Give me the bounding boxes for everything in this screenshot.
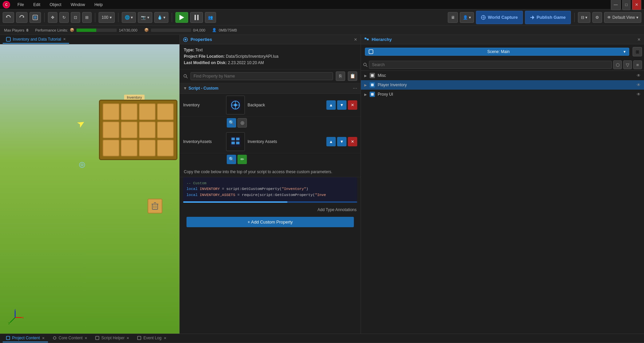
publish-game-button[interactable]: Publish Game [525,11,571,24]
viewport-content[interactable]: ➤ ◎ Inventory [0,44,179,334]
viewport-tab[interactable]: Inventory and Data Tutorial ✕ [3,36,69,44]
perf-icon: 📦 [70,28,74,32]
paste-button[interactable]: 📋 [348,71,357,81]
tab-event-log[interactable]: Event Log ✕ [134,334,169,342]
progress-fill-1 [76,29,96,32]
prop2-down-button[interactable]: ▼ [337,137,346,146]
code-scroll-thumb [183,201,287,203]
poly-item: 📦 0/4,000 [144,28,206,32]
axis-indicator: x y z [7,309,23,327]
rotate-tool[interactable]: ↻ [59,12,69,23]
modified-value: 2.23.2022 10:20 AM [228,60,264,65]
multiplayer-tool[interactable]: 👥 [205,12,216,23]
add-type-annotations-button[interactable]: Add Type Annotations [180,205,361,214]
hierarchy-item-misc[interactable]: ▶ Misc 👁 [361,71,644,80]
camera-tool[interactable]: 📷 ▾ [138,12,152,23]
add-custom-property-button[interactable]: + Add Custom Property [186,217,354,227]
prop1-remove-button[interactable]: ✕ [348,100,357,110]
prop2-remove-button[interactable]: ✕ [348,137,357,146]
collapse-icon[interactable]: ▼ [183,86,187,91]
snap-grid[interactable]: ⊞ [82,12,92,23]
prop2-up-button[interactable]: ▲ [326,137,336,146]
account-button[interactable]: 👤 ▾ [460,12,474,23]
progress-bar-2 [151,29,191,32]
inv-cell-1 [103,103,119,120]
type-row: Type: Text [184,47,357,53]
hierarchy-cube-filter[interactable]: ⬡ [613,60,622,69]
hierarchy-title: Hierarchy [372,37,392,42]
progress-bar-1 [76,29,117,32]
redo-button[interactable] [16,12,28,23]
prop2-edit-button[interactable]: ✏ [237,155,247,164]
prop1-search-button[interactable]: 🔍 [227,118,236,128]
close-button[interactable]: ✕ [632,0,641,10]
play-button[interactable] [175,12,188,23]
menu-file[interactable]: File [15,2,26,8]
pause-button[interactable] [190,12,203,23]
player-inv-label: Player Inventory [378,83,634,87]
scene-selector[interactable]: Scene: Main ▾ [365,48,629,56]
grid-size[interactable]: 100 ▾ [99,12,115,23]
layout-button[interactable]: ⊟ ▾ [578,12,590,23]
menu-edit[interactable]: Edit [31,2,42,8]
tab-core-content-close[interactable]: ✕ [85,336,87,340]
hierarchy-item-proxy-ui[interactable]: ▶ Proxy UI 👁 [361,90,644,99]
more-options-button[interactable]: ··· [353,85,357,91]
prop1-target-button[interactable]: ◎ [237,118,247,128]
viewport-tab-close[interactable]: ✕ [63,37,66,41]
properties-panel: Properties ✕ Type: Text Project File Loc… [180,35,361,334]
menu-bar: C File Edit Object Window Help — □ ✕ [0,0,644,9]
tab-script-helper-close[interactable]: ✕ [126,336,129,340]
tab-core-content[interactable]: Core Content ✕ [49,334,91,342]
hierarchy-item-player-inventory[interactable]: ▶ Player Inventory 👁 [361,80,644,90]
tab-project-content[interactable]: Project Content ✕ [3,334,48,342]
code-scrollbar[interactable] [183,201,357,203]
menu-object[interactable]: Object [48,2,63,8]
tab-project-content-close[interactable]: ✕ [42,336,45,340]
prop1-up-button[interactable]: ▲ [326,100,336,110]
player-inv-arrow: ▶ [364,83,367,87]
prop1-down-button[interactable]: ▼ [337,100,346,110]
move-tool[interactable]: ✥ [48,12,57,23]
world-capture-button[interactable]: World Capture [476,11,523,24]
svg-text:z: z [14,309,16,311]
undo-button[interactable] [3,12,14,23]
prop2-label: Inventory Assets [248,139,324,144]
publish-game-label: Publish Game [537,15,566,20]
menu-help[interactable]: Help [92,2,105,8]
proxy-ui-visibility[interactable]: 👁 [637,92,641,97]
player-inv-visibility[interactable]: 👁 [637,83,641,87]
screen-capture-button[interactable]: 🖥 [448,12,458,23]
properties-info: Type: Text Project File Location: Data/S… [180,44,361,69]
prop2-search-button[interactable]: 🔍 [227,155,236,164]
copy-button[interactable]: ⎘ [336,71,345,81]
misc-visibility[interactable]: 👁 [637,73,641,78]
minimize-button[interactable]: — [611,0,621,10]
add-custom-property-container: + Add Custom Property [180,214,361,230]
hierarchy-close[interactable]: ✕ [637,37,641,42]
menu-window[interactable]: Window [69,2,87,8]
hierarchy-search-input[interactable] [369,61,612,69]
settings-button[interactable]: ⚙ [592,12,602,23]
tab-event-log-close[interactable]: ✕ [164,336,166,340]
property-search-input[interactable] [191,72,333,80]
code-block: -- Custom local INVENTORY = script:GetCu… [183,177,357,202]
svg-rect-33 [231,142,235,144]
hierarchy-sort-button[interactable]: ≡ [633,60,642,69]
hierarchy-add-button[interactable]: ⊞ [633,47,642,56]
hierarchy-filter-button[interactable]: ▽ [623,60,632,69]
terrain-tool[interactable]: 🌐 ▾ [122,12,136,23]
file-value: Data/Scripts/InventoryAPI.lua [226,54,278,59]
trash-button[interactable] [148,199,162,213]
maximize-button[interactable]: □ [622,0,631,10]
scale-tool[interactable]: ⊡ [71,12,80,23]
select-tool[interactable] [30,12,41,23]
fx-tool[interactable]: 💧 ▾ [154,12,168,23]
default-view-button[interactable]: 👁 Default View ▾ [604,12,641,23]
properties-close[interactable]: ✕ [354,37,357,42]
tab-script-helper[interactable]: Script Helper ✕ [92,334,132,342]
inv-cell-2 [121,103,138,120]
svg-text:C: C [5,3,7,7]
inv-cell-5 [103,121,119,138]
code-line-3-local: local [186,193,200,197]
